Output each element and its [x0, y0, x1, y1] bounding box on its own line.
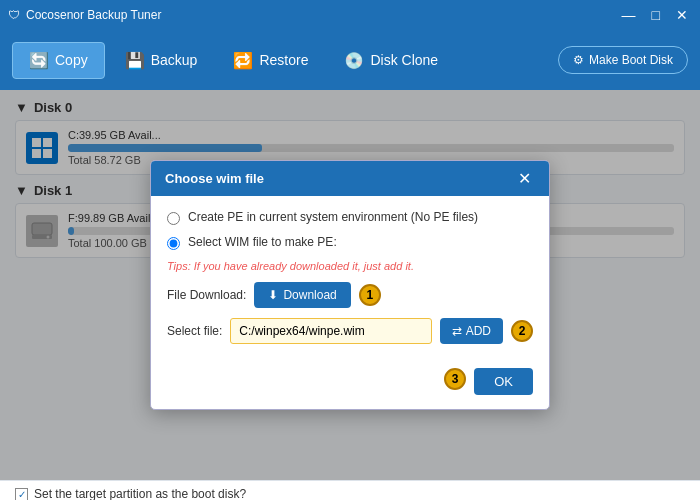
maximize-button[interactable]: □: [648, 7, 664, 23]
badge-3: 3: [444, 368, 466, 390]
bottom-bar: ✓ Set the target partition as the boot d…: [0, 480, 700, 500]
tips-text: Tips: If you have already downloaded it,…: [167, 260, 533, 272]
boot-checkbox[interactable]: ✓: [15, 488, 28, 501]
modal-title: Choose wim file: [165, 171, 264, 186]
main-content: ▼ Disk 0 C:39.95 GB Avail... Total 58.72…: [0, 90, 700, 480]
radio-select-wim[interactable]: [167, 237, 180, 250]
boot-checkbox-row: ✓ Set the target partition as the boot d…: [15, 487, 685, 500]
choose-wim-dialog: Choose wim file ✕ Create PE in current s…: [150, 160, 550, 410]
select-file-row: Select file: ⇄ ADD 2: [167, 318, 533, 344]
file-path-input[interactable]: [230, 318, 431, 344]
modal-footer: 3 OK: [151, 368, 549, 409]
file-download-label: File Download:: [167, 288, 246, 302]
ok-button[interactable]: OK: [474, 368, 533, 395]
badge-1: 1: [359, 284, 381, 306]
modal-close-button[interactable]: ✕: [514, 169, 535, 188]
copy-button[interactable]: 🔄 Copy: [12, 42, 105, 79]
badge-2: 2: [511, 320, 533, 342]
title-bar-left: 🛡 Cocosenor Backup Tuner: [8, 8, 161, 22]
option2-label: Select WIM file to make PE:: [188, 235, 337, 249]
title-bar: 🛡 Cocosenor Backup Tuner — □ ✕: [0, 0, 700, 30]
restore-button[interactable]: 🔁 Restore: [217, 43, 324, 78]
add-button[interactable]: ⇄ ADD: [440, 318, 503, 344]
app-title: Cocosenor Backup Tuner: [26, 8, 161, 22]
disk-clone-button[interactable]: 💿 Disk Clone: [328, 43, 454, 78]
file-download-row: File Download: ⬇ Download 1: [167, 282, 533, 308]
option1-label: Create PE in current system environment …: [188, 210, 478, 224]
backup-button[interactable]: 💾 Backup: [109, 43, 214, 78]
copy-icon: 🔄: [29, 51, 49, 70]
boot-icon: ⚙: [573, 53, 584, 67]
make-boot-disk-button[interactable]: ⚙ Make Boot Disk: [558, 46, 688, 74]
app-icon: 🛡: [8, 8, 20, 22]
radio-create-pe[interactable]: [167, 212, 180, 225]
minimize-button[interactable]: —: [618, 7, 640, 23]
modal-body: Create PE in current system environment …: [151, 196, 549, 368]
close-button[interactable]: ✕: [672, 7, 692, 23]
title-bar-controls: — □ ✕: [618, 7, 692, 23]
restore-icon: 🔁: [233, 51, 253, 70]
boot-label: Set the target partition as the boot dis…: [34, 487, 246, 500]
disk-clone-icon: 💿: [344, 51, 364, 70]
option-create-pe: Create PE in current system environment …: [167, 210, 533, 225]
select-file-label: Select file:: [167, 324, 222, 338]
option-select-wim: Select WIM file to make PE:: [167, 235, 533, 250]
toolbar: 🔄 Copy 💾 Backup 🔁 Restore 💿 Disk Clone ⚙…: [0, 30, 700, 90]
download-button[interactable]: ⬇ Download: [254, 282, 350, 308]
modal-header: Choose wim file ✕: [151, 161, 549, 196]
backup-icon: 💾: [125, 51, 145, 70]
download-icon: ⬇: [268, 288, 278, 302]
add-icon: ⇄: [452, 324, 462, 338]
modal-overlay: Choose wim file ✕ Create PE in current s…: [0, 90, 700, 480]
